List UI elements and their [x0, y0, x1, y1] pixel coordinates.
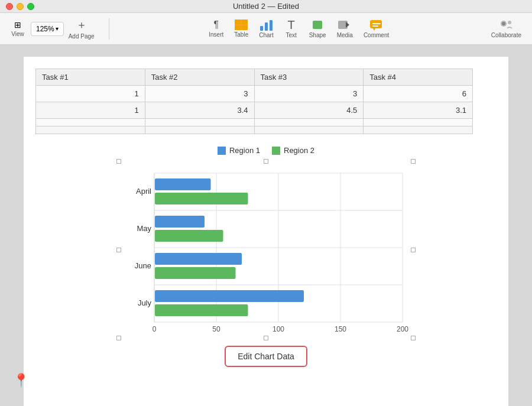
fullscreen-button[interactable] [27, 3, 34, 10]
minimize-button[interactable] [17, 3, 24, 10]
col-header-4: Task #4 [364, 69, 473, 86]
svg-text:150: 150 [335, 325, 346, 333]
bar-june-r2 [155, 267, 236, 279]
table-cell: 1 [36, 102, 145, 119]
window-title: Untitled 2 — Edited [233, 2, 299, 11]
svg-text:May: May [137, 224, 151, 233]
svg-rect-3 [242, 25, 248, 30]
zoom-button[interactable]: 125% ▾ [31, 22, 64, 36]
col-header-1: Task #1 [36, 69, 145, 86]
legend-region1: Region 1 [218, 146, 260, 155]
insert-label: Insert [209, 31, 223, 38]
svg-text:100: 100 [273, 325, 284, 333]
table-cell [145, 119, 254, 126]
table-row[interactable]: 13.44.53.1 [36, 102, 473, 119]
add-page-label: Add Page [69, 33, 95, 40]
table-cell: 3.4 [145, 102, 254, 119]
table-label: Table [234, 31, 248, 38]
bar-july-r2 [155, 304, 248, 316]
view-button[interactable]: ⊞ View [6, 18, 30, 40]
insert-button[interactable]: ¶ Insert [204, 17, 228, 41]
text-label: Text [286, 32, 297, 38]
chart-container: Region 1 Region 2 [118, 146, 414, 367]
chart-svg: 0 50 100 150 200 April May June July [119, 161, 408, 336]
table-cell [254, 126, 364, 134]
toolbar: ⊞ View 125% ▾ ＋ Add Page ¶ Insert [0, 13, 532, 45]
view-zoom-group: ⊞ View 125% ▾ ＋ Add Page [6, 15, 98, 42]
bar-may-r2 [155, 230, 223, 242]
toolbar-divider-1 [109, 18, 109, 40]
titlebar: Untitled 2 — Edited [0, 0, 532, 13]
shape-label: Shape [309, 32, 326, 38]
table-cell [36, 119, 145, 126]
legend-label-region1: Region 1 [229, 146, 260, 155]
close-button[interactable] [6, 3, 13, 10]
zoom-value: 125% [36, 25, 54, 33]
text-button[interactable]: T Text [280, 17, 303, 41]
table-cell [36, 126, 145, 134]
table-row[interactable] [36, 126, 473, 134]
table-cell [364, 126, 473, 134]
collaborate-group: Collaborate [486, 17, 526, 41]
shape-button[interactable]: Shape [304, 17, 331, 41]
svg-point-16 [508, 21, 511, 24]
handle-bm[interactable] [264, 336, 268, 340]
media-button[interactable]: Media [332, 17, 358, 41]
bar-june-r1 [155, 253, 242, 265]
table-row[interactable]: 1336 [36, 86, 473, 102]
legend-color-region2 [272, 147, 280, 155]
table-row[interactable] [36, 119, 473, 126]
add-page-button[interactable]: ＋ Add Page [65, 15, 98, 42]
legend-label-region2: Region 2 [284, 146, 314, 155]
svg-text:0: 0 [153, 325, 157, 333]
chart-label: Chart [259, 32, 273, 38]
collaborate-button[interactable]: Collaborate [486, 17, 526, 41]
canvas: Task #1 Task #2 Task #3 Task #4 133613.4… [0, 45, 532, 406]
svg-rect-7 [313, 21, 322, 29]
handle-tr[interactable] [411, 159, 416, 164]
svg-rect-2 [235, 25, 241, 30]
pin-marker: 📍 [13, 373, 29, 388]
table-cell: 3 [254, 86, 364, 102]
table-cell: 1 [36, 86, 145, 102]
svg-text:July: July [138, 298, 152, 307]
col-header-2: Task #2 [145, 69, 254, 86]
comment-label: Comment [364, 32, 389, 38]
media-label: Media [337, 32, 353, 38]
table-cell [254, 119, 364, 126]
traffic-lights [6, 3, 34, 10]
collaborate-label: Collaborate [491, 32, 521, 38]
svg-marker-11 [373, 28, 375, 31]
svg-text:200: 200 [397, 325, 408, 333]
handle-bl[interactable] [116, 336, 121, 340]
toolbar-center: ¶ Insert Table Chart [114, 17, 484, 41]
view-label: View [11, 31, 24, 37]
table-cell: 6 [364, 86, 473, 102]
page: Task #1 Task #2 Task #3 Task #4 133613.4… [24, 57, 508, 406]
table-cell: 4.5 [254, 102, 364, 119]
legend-region2: Region 2 [272, 146, 314, 155]
handle-tm[interactable] [264, 159, 268, 164]
handle-ml[interactable] [116, 248, 121, 252]
legend-color-region1 [218, 147, 226, 155]
chart-button[interactable]: Chart [254, 17, 278, 41]
handle-tl[interactable] [116, 159, 121, 164]
chart-legend: Region 1 Region 2 [118, 146, 414, 155]
handle-mr[interactable] [411, 248, 416, 252]
comment-button[interactable]: Comment [359, 17, 394, 41]
chart-svg-wrapper: 0 50 100 150 200 April May June July [118, 161, 414, 339]
table-cell: 3.1 [364, 102, 473, 119]
handle-br[interactable] [411, 336, 416, 340]
svg-text:April: April [136, 187, 151, 196]
svg-text:June: June [135, 261, 151, 270]
svg-rect-6 [270, 20, 273, 31]
svg-rect-5 [265, 22, 268, 31]
data-table[interactable]: Task #1 Task #2 Task #3 Task #4 133613.4… [35, 69, 473, 134]
edit-chart-data-button[interactable]: Edit Chart Data [225, 346, 307, 367]
col-header-3: Task #3 [254, 69, 364, 86]
bar-april-r2 [155, 193, 248, 204]
table-button[interactable]: Table [229, 17, 253, 41]
bar-may-r1 [155, 216, 205, 228]
bar-july-r1 [155, 290, 304, 302]
svg-rect-13 [372, 25, 378, 27]
